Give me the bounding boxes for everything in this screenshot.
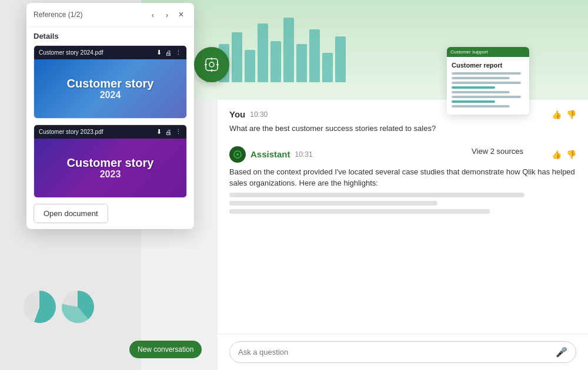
download-button-1[interactable]: ⬇ (156, 49, 162, 56)
new-conversation-button[interactable]: New conversation (129, 341, 202, 358)
chart-bar (270, 41, 281, 82)
chat-input-area: 🎤 (218, 334, 588, 370)
chart-bar (322, 53, 333, 82)
document-thumb-text-2: Customer story 2023 (67, 156, 154, 180)
document-thumb-year-2: 2023 (67, 169, 154, 180)
chat-input[interactable] (238, 348, 556, 356)
chat-message-2: Assistant 10:31 👍 👎 Based on the context… (229, 146, 576, 214)
mic-button[interactable]: 🎤 (556, 347, 567, 358)
document-name-2: Customer story 2023.pdf (39, 129, 156, 135)
document-toolbar-1: Customer story 2024.pdf ⬇ 🖨 ⋮ (34, 46, 186, 59)
document-thumb-text-1: Customer story 2024 (67, 77, 154, 100)
assistant-avatar (229, 146, 246, 163)
more-button-1[interactable]: ⋮ (175, 49, 182, 56)
report-line (452, 105, 510, 107)
document-actions-1: ⬇ 🖨 ⋮ (156, 49, 182, 56)
document-toolbar-2: Customer story 2023.pdf ⬇ 🖨 ⋮ (34, 125, 186, 139)
thumbs-down-button-1[interactable]: 👎 (566, 110, 576, 119)
thumbs-down-button-2[interactable]: 👎 (566, 150, 576, 159)
thumbs-up-button-1[interactable]: 👍 (552, 110, 562, 119)
report-line (452, 77, 510, 79)
chart-bar (232, 32, 242, 82)
chart-bar (335, 36, 346, 82)
pie-chart-area (24, 291, 94, 323)
message-actions-1: 👍 👎 (552, 110, 576, 119)
next-button[interactable]: › (161, 9, 173, 21)
report-line (452, 72, 521, 75)
message-text-1: What are the best customer success stori… (229, 123, 576, 134)
chart-bar (309, 29, 320, 82)
text-line-1 (229, 193, 524, 197)
more-button-2[interactable]: ⋮ (175, 128, 182, 136)
message-header-2: Assistant 10:31 👍 👎 (229, 146, 576, 163)
report-line (452, 96, 521, 98)
text-line-2 (229, 201, 437, 206)
ai-icon (194, 47, 229, 82)
report-line (452, 82, 521, 84)
panel-section-title: Details (26, 27, 194, 45)
message-actions-2: 👍 👎 (552, 150, 576, 159)
prev-button[interactable]: ‹ (147, 9, 159, 21)
customer-report-title: Customer report (452, 62, 524, 69)
document-thumb-year-1: 2024 (67, 90, 154, 100)
panel-navigation: ‹ › × (147, 9, 187, 21)
chart-bar (296, 44, 307, 82)
message-text-2: Based on the context provided I've locat… (229, 166, 576, 189)
report-line (452, 86, 495, 89)
view-sources-text: View 2 sources (472, 147, 523, 156)
reference-panel: Reference (1/2) ‹ › × Details Customer s… (26, 3, 194, 229)
panel-header: Reference (1/2) ‹ › × (26, 3, 194, 27)
document-actions-2: ⬇ 🖨 ⋮ (156, 128, 182, 136)
document-thumb-title-2: Customer story (67, 156, 154, 169)
print-button-1[interactable]: 🖨 (165, 49, 172, 56)
customer-report-card-header: Customer support (447, 47, 529, 57)
svg-rect-0 (206, 59, 218, 70)
document-item-2: Customer story 2023.pdf ⬇ 🖨 ⋮ Customer s… (34, 125, 187, 198)
document-thumbnail-2: Customer story 2023 (34, 139, 186, 197)
message-time-1: 10:30 (250, 110, 268, 119)
document-thumbnail-1: Customer story 2024 (34, 59, 186, 118)
document-name-1: Customer story 2024.pdf (39, 49, 156, 56)
open-document-button[interactable]: Open document (34, 204, 108, 223)
chat-panel: You 10:30 👍 👎 What are the best customer… (218, 100, 588, 370)
chart-bar (245, 50, 255, 82)
report-line (452, 91, 510, 93)
text-line-3 (229, 209, 490, 214)
chart-bar (258, 23, 268, 82)
close-button[interactable]: × (175, 9, 187, 21)
document-item-1: Customer story 2024.pdf ⬇ 🖨 ⋮ Customer s… (34, 45, 187, 119)
message-time-2: 10:31 (295, 150, 313, 159)
thumbs-up-button-2[interactable]: 👍 (552, 150, 562, 159)
chart-bar (283, 18, 294, 82)
svg-point-1 (209, 62, 214, 67)
document-thumb-title-1: Customer story (67, 77, 154, 90)
panel-reference-title: Reference (1/2) (34, 11, 82, 19)
pie-chart-2 (62, 291, 94, 323)
chat-input-wrapper: 🎤 (229, 341, 576, 363)
chat-messages-container: You 10:30 👍 👎 What are the best customer… (218, 100, 588, 235)
report-line (452, 100, 495, 103)
message-sender-you: You (229, 109, 245, 119)
view-sources-link[interactable]: View 2 sources (472, 147, 523, 156)
svg-point-7 (236, 153, 239, 156)
download-button-2[interactable]: ⬇ (156, 128, 162, 136)
customer-report-card: Customer support Customer report (447, 47, 529, 115)
customer-support-label: Customer support (450, 49, 488, 55)
print-button-2[interactable]: 🖨 (165, 129, 172, 136)
message-sender-assistant: Assistant (250, 149, 290, 159)
pie-chart-1 (24, 291, 56, 323)
customer-report-body: Customer report (447, 57, 529, 115)
